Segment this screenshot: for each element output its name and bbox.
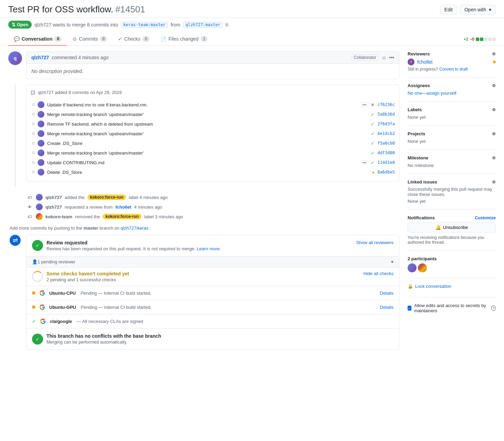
push-repo-link[interactable]: qlzh727/keras bbox=[120, 225, 148, 231]
edit-button[interactable]: Edit bbox=[440, 5, 457, 14]
convert-draft-link[interactable]: Convert to draft bbox=[439, 67, 468, 72]
commit-hash-3[interactable]: 6e1dcb2 bbox=[377, 131, 395, 136]
tab-files-label: Files changed bbox=[168, 36, 198, 42]
commit-item: Merge remote-tracking branch 'upstream/m… bbox=[31, 129, 395, 138]
pending-reviewer-row[interactable]: 👤 1 pending reviewer ▾ bbox=[27, 256, 399, 267]
google-logo-0 bbox=[39, 290, 46, 296]
source-branch[interactable]: qlzh727:master bbox=[183, 22, 223, 28]
merge-section: ✓ Review requested Review has been reque… bbox=[26, 235, 399, 350]
labels-gear-icon[interactable]: ⚙ bbox=[492, 107, 496, 112]
chevron-down-icon: ▾ bbox=[489, 7, 491, 12]
reviewers-label: Reviewers bbox=[408, 51, 430, 56]
commit-hash-6[interactable]: 114d1e8 bbox=[377, 160, 395, 165]
check-details-1[interactable]: Details bbox=[380, 305, 393, 310]
commits-header-text: qlzh727 added 8 commits on Apr 29, 2019 bbox=[38, 90, 122, 95]
commits-icon: ⊙ bbox=[73, 36, 77, 42]
help-icon[interactable]: ? bbox=[491, 305, 496, 311]
comment-author[interactable]: qlzh727 bbox=[31, 55, 49, 60]
commit-hash-0[interactable]: cf6236c bbox=[377, 102, 395, 107]
commit-message-4: Create .DS_Store bbox=[47, 141, 368, 146]
commit-hash-4[interactable]: f5a0c60 bbox=[377, 141, 395, 146]
review-requested-block: ✓ Review requested Review has been reque… bbox=[27, 235, 399, 256]
push-note: Add more commits by pushing to the maste… bbox=[8, 225, 399, 231]
in-progress-text: Still in progress? Convert to draft bbox=[408, 67, 496, 72]
no-conflict-icon: ✓ bbox=[32, 334, 43, 345]
sidebar-notifications: Notifications Customize 🔔 Unsubscribe Yo… bbox=[408, 215, 496, 251]
merge-connector: ⇌ bbox=[8, 235, 22, 355]
commit-ellipsis[interactable]: ••• bbox=[361, 160, 368, 165]
comment-body: No description provided. bbox=[27, 64, 399, 79]
projects-none: None yet bbox=[408, 139, 426, 144]
label-badge-removed: kokoro:force-run bbox=[103, 214, 141, 219]
pending-bullet-0 bbox=[32, 291, 35, 295]
no-assignee-link[interactable]: No one—assign yourself bbox=[408, 91, 456, 96]
labels-header: Labels ⚙ bbox=[408, 107, 496, 112]
review-learn-link[interactable]: Learn more. bbox=[197, 246, 221, 251]
diff-stats: +2 −0 bbox=[464, 37, 496, 42]
reviewers-header: Reviewers ⚙ bbox=[408, 51, 496, 56]
labels-none: None yet bbox=[408, 115, 426, 120]
commit-hash-2[interactable]: 2f6d3fa bbox=[377, 122, 395, 126]
comment-time: commented 4 minutes ago bbox=[52, 55, 108, 60]
comment-block: q qlzh727 commented 4 minutes ago Collab… bbox=[8, 51, 399, 79]
reviewers-gear-icon[interactable]: ⚙ bbox=[492, 52, 496, 56]
copy-icon[interactable]: ⎘ bbox=[225, 22, 228, 28]
open-with-button[interactable]: Open with ▾ bbox=[460, 5, 496, 14]
commit-message-2: Remove TF backend, which is deleted from… bbox=[47, 122, 368, 127]
commit-hash-5[interactable]: ddf3d80 bbox=[377, 150, 395, 155]
smiley-icon[interactable]: ☺ bbox=[381, 55, 386, 60]
assignees-header: Assignees ⚙ bbox=[408, 83, 496, 88]
assignees-gear-icon[interactable]: ⚙ bbox=[492, 83, 496, 88]
target-branch[interactable]: keras-team:master bbox=[121, 22, 168, 28]
tab-commits[interactable]: ⊙ Commits 8 bbox=[67, 33, 113, 46]
commit-ellipsis[interactable]: ••• bbox=[361, 102, 368, 107]
diff-sq-4 bbox=[488, 38, 492, 41]
commit-dot bbox=[32, 151, 35, 154]
linked-issues-gear-icon[interactable]: ⚙ bbox=[492, 180, 496, 185]
allow-edits-label: Allow edits and access to secrets by mai… bbox=[414, 303, 489, 313]
check-desc-2: — All necessary CLAs are signed bbox=[75, 319, 143, 324]
participant-avatar-0 bbox=[408, 263, 417, 272]
tab-checks[interactable]: ✓ Checks 0 bbox=[113, 33, 155, 46]
check-ok-icon: ✓ bbox=[371, 122, 375, 127]
conversation-icon: 💬 bbox=[14, 36, 20, 42]
check-item-1: Ubuntu-GPU Pending — Internal CI build s… bbox=[27, 300, 399, 314]
pr-title-container: Test PR for OSS workflow. #14501 bbox=[8, 4, 145, 15]
commit-item: Merge remote-tracking branch 'upstream/m… bbox=[31, 109, 395, 119]
more-options-icon[interactable]: ••• bbox=[389, 55, 394, 60]
tab-files-changed[interactable]: 📄 Files changed 1 bbox=[155, 33, 213, 46]
sidebar-participants: 2 participants bbox=[408, 256, 496, 278]
pending-count: 1 pending reviewer bbox=[38, 259, 75, 264]
show-reviewers-link[interactable]: Show all reviewers bbox=[356, 240, 393, 245]
check-details-0[interactable]: Details bbox=[380, 291, 393, 296]
diff-sq-1 bbox=[476, 38, 479, 41]
milestone-gear-icon[interactable]: ⚙ bbox=[492, 156, 496, 160]
commit-hash-1[interactable]: 5a0b36d bbox=[377, 112, 395, 117]
notifications-note: You're receiving notifications because y… bbox=[408, 235, 496, 245]
diff-sq-5 bbox=[492, 38, 496, 41]
lock-conversation[interactable]: 🔒 Lock conversation bbox=[408, 284, 496, 289]
tab-conversation[interactable]: 💬 Conversation 0 bbox=[8, 33, 67, 46]
customize-link[interactable]: Customize bbox=[475, 216, 496, 220]
projects-header: Projects ⚙ bbox=[408, 131, 496, 136]
milestone-header: Milestone ⚙ bbox=[408, 155, 496, 160]
sidebar-reviewers: Reviewers ⚙ f fchollet Still in progress… bbox=[408, 51, 496, 77]
allow-edits-row: ✓ Allow edits and access to secrets by m… bbox=[408, 303, 496, 313]
commit-dot bbox=[32, 161, 35, 164]
comment-actions: Collaborator ☺ ••• bbox=[351, 54, 394, 61]
check-name-1: Ubuntu-GPU bbox=[49, 305, 76, 310]
no-conflict-title: This branch has no conflicts with the ba… bbox=[46, 333, 393, 339]
unsubscribe-label: Unsubscribe bbox=[443, 225, 468, 230]
projects-gear-icon[interactable]: ⚙ bbox=[492, 132, 496, 136]
commit-hash-7[interactable]: 8a6dbe5 bbox=[377, 170, 395, 175]
event-avatar bbox=[36, 194, 43, 201]
review-requested-event: 👁 qlzh727 requested a review from fcholl… bbox=[8, 202, 399, 212]
unsubscribe-button[interactable]: 🔔 Unsubscribe bbox=[408, 222, 496, 232]
review-desc-text: Review has been requested on this pull r… bbox=[46, 246, 196, 251]
notifications-header: Notifications Customize bbox=[408, 215, 496, 220]
reviewer-name[interactable]: fchollet bbox=[417, 59, 432, 65]
hide-checks-link[interactable]: Hide all checks bbox=[364, 271, 393, 276]
pr-number: #14501 bbox=[115, 4, 145, 15]
no-milestone: No milestone bbox=[408, 163, 434, 168]
allow-edits-checkbox[interactable]: ✓ bbox=[408, 306, 411, 311]
